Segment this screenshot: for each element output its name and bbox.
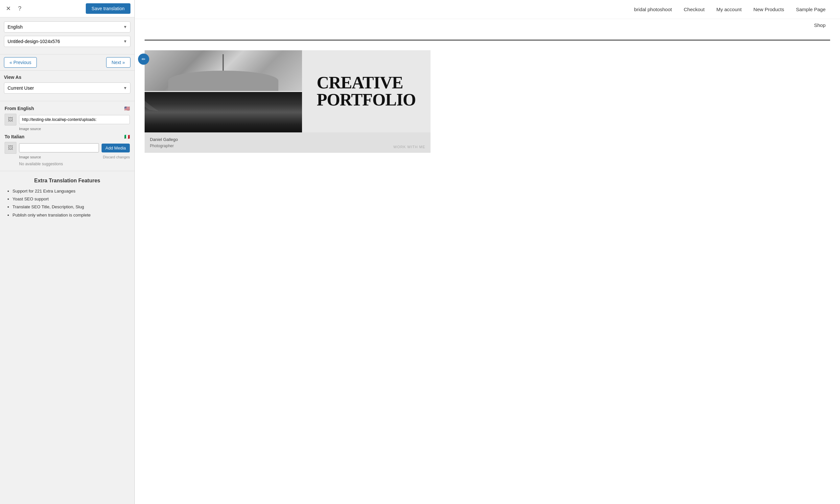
close-button[interactable]: ✕ [4, 4, 13, 14]
portfolio-title-line1: CREATIVE [317, 74, 416, 91]
language-select-wrapper: EnglishItalianFrenchSpanish ▼ [4, 21, 130, 33]
to-image-source-row: 🖼 Add Media [5, 142, 130, 154]
portfolio-image-top [145, 50, 302, 91]
to-sublabel: Image source [19, 155, 41, 159]
to-field-header: To Italian 🇮🇹 [5, 134, 130, 139]
to-image-placeholder: 🖼 [5, 142, 16, 154]
edit-fab-button[interactable]: ✏ [138, 54, 149, 65]
extra-feature-item: Support for 221 Extra Languages [13, 188, 129, 194]
view-as-select-wrapper: Current UserAnonymous ▼ [4, 83, 130, 94]
from-image-placeholder: 🖼 [5, 114, 16, 126]
to-flag: 🇮🇹 [124, 134, 130, 139]
portfolio-container: ✏ CREATIVE PORTFOLIO [145, 50, 430, 153]
from-sublabel: Image source [19, 127, 130, 131]
portfolio-title: CREATIVE PORTFOLIO [317, 74, 416, 108]
photographer-title: Photographer [150, 143, 178, 149]
nav-second-row: Shop [135, 19, 840, 33]
navigation-buttons: « Previous Next » [0, 55, 135, 71]
site-content: ✏ CREATIVE PORTFOLIO [135, 33, 840, 504]
portfolio-right: CREATIVE PORTFOLIO [302, 50, 431, 132]
nav-link-shop[interactable]: Shop [809, 20, 830, 30]
nav-link-my-account[interactable]: My account [712, 5, 746, 14]
extra-features-title: Extra Translation Features [5, 178, 129, 184]
page-select[interactable]: Untitled-design-1024x576 [4, 36, 130, 47]
nav-link-new-products[interactable]: New Products [749, 5, 789, 14]
from-url-input[interactable] [19, 115, 130, 124]
translation-fields: From English 🇺🇸 🖼 Image source To Italia… [0, 101, 135, 171]
to-field-label: To Italian [5, 134, 24, 139]
extra-features-list: Support for 221 Extra LanguagesYoast SEO… [5, 188, 129, 218]
page-select-wrapper: Untitled-design-1024x576 ▼ [4, 36, 130, 47]
view-as-label: View As [4, 75, 130, 80]
discard-changes-link[interactable]: Discard changes [103, 155, 130, 159]
from-image-source-row: 🖼 [5, 114, 130, 126]
portfolio-images-left [145, 50, 302, 132]
from-field-header: From English 🇺🇸 [5, 106, 130, 111]
previous-button[interactable]: « Previous [4, 57, 37, 68]
add-media-button[interactable]: Add Media [102, 144, 130, 152]
portfolio-footer: Daniel Gallego Photographer WORK WITH ME [145, 132, 430, 153]
nav-link-checkout[interactable]: Checkout [679, 5, 709, 14]
from-field-label: From English [5, 106, 34, 111]
photographer-name: Daniel Gallego [150, 136, 178, 143]
right-panel: bridal photoshoot Checkout My account Ne… [135, 0, 840, 504]
from-flag: 🇺🇸 [124, 106, 130, 111]
to-sub-row: Image source Discard changes [19, 155, 130, 159]
portfolio-image-bottom [145, 92, 302, 133]
next-button[interactable]: Next » [106, 57, 130, 68]
save-translation-button[interactable]: Save translation [86, 3, 130, 14]
portfolio-title-line2: PORTFOLIO [317, 91, 416, 108]
extra-feature-item: Translate SEO Title, Description, Slug [13, 204, 129, 210]
top-toolbar: ✕ ? Save translation [0, 0, 135, 17]
site-nav: bridal photoshoot Checkout My account Ne… [135, 0, 840, 19]
extra-feature-item: Publish only when translation is complet… [13, 212, 129, 218]
extra-feature-item: Yoast SEO support [13, 196, 129, 202]
photographer-info: Daniel Gallego Photographer [150, 136, 178, 149]
view-as-select[interactable]: Current UserAnonymous [4, 83, 130, 94]
nav-link-sample-page[interactable]: Sample Page [791, 5, 830, 14]
to-url-input[interactable] [19, 143, 99, 152]
left-panel: ✕ ? Save translation EnglishItalianFrenc… [0, 0, 135, 504]
help-button[interactable]: ? [16, 4, 23, 14]
work-with-me-text: WORK WITH ME [393, 145, 425, 149]
nav-link-bridal[interactable]: bridal photoshoot [629, 5, 676, 14]
extra-features-section: Extra Translation Features Support for 2… [0, 171, 135, 227]
no-suggestions-text: No available suggestions [19, 162, 130, 166]
language-section: EnglishItalianFrenchSpanish ▼ Untitled-d… [0, 17, 135, 55]
portfolio-card: CREATIVE PORTFOLIO Daniel Gallego Photog… [145, 50, 430, 153]
content-divider [145, 40, 830, 40]
portfolio-top: CREATIVE PORTFOLIO [145, 50, 430, 132]
view-as-section: View As Current UserAnonymous ▼ [0, 71, 135, 101]
language-select[interactable]: EnglishItalianFrenchSpanish [4, 21, 130, 33]
